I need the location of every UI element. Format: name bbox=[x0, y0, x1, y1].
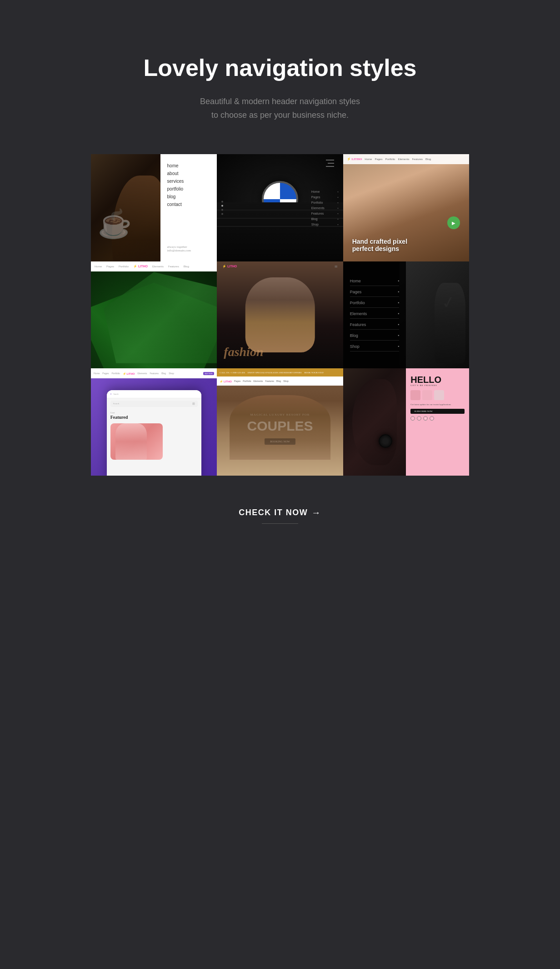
mobile-nav-cta: BUTTON bbox=[203, 372, 214, 375]
grille-line-3 bbox=[217, 226, 343, 227]
cta-arrow-icon: → bbox=[311, 507, 321, 518]
social-instagram[interactable]: ✦ bbox=[423, 416, 428, 421]
fashion-model-silhouette bbox=[245, 277, 315, 352]
menu-item-about[interactable]: about bbox=[167, 171, 210, 176]
grid-section: home about services portfolio blog conta… bbox=[91, 154, 469, 476]
coat-label: Coat bbox=[110, 412, 198, 414]
mobile-nav-logo: ⚡ LITHO bbox=[123, 372, 135, 375]
split-right: HELLO LET'S BE FRIENDS Get latest update… bbox=[406, 368, 469, 476]
grid-cell-couples[interactable]: CALL US: +1 800-123-456 ENJOY SPECIALS P… bbox=[217, 368, 343, 476]
litho-bg-photo: Hand crafted pixelperfect designs bbox=[343, 154, 469, 261]
bmw-menu-home: Home• bbox=[311, 190, 339, 193]
nike-menu-item-home: Home• bbox=[350, 279, 400, 286]
palm-nav-blog: Blog bbox=[184, 265, 189, 268]
couples-nav-shop: Shop bbox=[283, 380, 289, 382]
couples-logo: ⚡ LITHO bbox=[220, 380, 232, 383]
grid-cell-bmw[interactable]: Home• Pages• Portfolio• Elements• Featur… bbox=[217, 154, 343, 261]
palm-nav-features: Features bbox=[168, 265, 179, 268]
social-twitter[interactable]: t bbox=[417, 416, 421, 421]
hero-subtitle-line1: Beautiful & modern header navigation sty… bbox=[200, 97, 360, 106]
bmw-menu-top bbox=[326, 160, 334, 167]
mobile-nav-home: Home bbox=[94, 372, 100, 375]
social-facebook[interactable]: f bbox=[410, 416, 415, 421]
couples-offer-text: ENJOY SPECIALS PACKAGES AND RESORT OFFER… bbox=[248, 372, 302, 374]
grid-cell-palm[interactable]: Home Pages Portfolio ⚡ LITHO Elements Fe… bbox=[91, 261, 217, 369]
litho-nav-features: Features bbox=[412, 158, 423, 161]
litho-nav-elements: Elements bbox=[398, 158, 409, 161]
thumb-2 bbox=[422, 390, 432, 400]
grid-cell-split[interactable]: HELLO LET'S BE FRIENDS Get latest update… bbox=[343, 368, 469, 476]
mobile-nav-features: Features bbox=[150, 372, 159, 375]
phone-nav-text: Search bbox=[114, 393, 119, 395]
grid-cell-coffee-menu[interactable]: home about services portfolio blog conta… bbox=[91, 154, 217, 261]
couples-nav-bar: ⚡ LITHO Pages Portfolio Elements Feature… bbox=[217, 377, 343, 386]
social-linkedin[interactable]: in bbox=[430, 416, 434, 421]
split-left bbox=[343, 368, 406, 476]
couples-nav-elements: Elements bbox=[254, 380, 263, 382]
fashion-nav-logo: ⚡ LITHO bbox=[222, 265, 237, 268]
check-it-now-button[interactable]: CHECK IT NOW → bbox=[239, 507, 321, 518]
litho-nav-bar: ⚡ LITHO Home Pages Portfolio Elements Fe… bbox=[343, 154, 469, 164]
mobile-app-nav: Home Pages Portfolio ⚡ LITHO Elements Fe… bbox=[91, 368, 217, 378]
menu-item-contact[interactable]: contact bbox=[167, 202, 210, 207]
grid-cell-mobile[interactable]: Home Pages Portfolio ⚡ LITHO Elements Fe… bbox=[91, 368, 217, 476]
couples-card: CALL US: +1 800-123-456 ENJOY SPECIALS P… bbox=[217, 368, 343, 476]
grid-cell-litho-people[interactable]: ⚡ LITHO Home Pages Portfolio Elements Fe… bbox=[343, 154, 469, 261]
couple-silhouette bbox=[230, 395, 330, 459]
palm-leaf-shape-2 bbox=[104, 272, 217, 363]
nike-card: Home• Pages• Portfolio• Elements• Featur bbox=[343, 261, 469, 369]
page-wrapper: Lovely navigation styles Beautiful & mod… bbox=[91, 0, 469, 969]
coffee-menu-card: home about services portfolio blog conta… bbox=[91, 154, 217, 261]
nav-dot-1 bbox=[221, 201, 223, 202]
white-menu: home about services portfolio blog conta… bbox=[160, 154, 217, 261]
menu-item-blog[interactable]: blog bbox=[167, 194, 210, 199]
palm-nav-pages: Pages bbox=[106, 265, 114, 268]
phone-content: Coat Featured bbox=[107, 409, 201, 462]
couples-nav-features: Features bbox=[265, 380, 274, 382]
nike-menu-item-shop: Shop• bbox=[350, 344, 400, 351]
hamburger-icon bbox=[326, 160, 334, 167]
palm-card: Home Pages Portfolio ⚡ LITHO Elements Fe… bbox=[91, 261, 217, 369]
grid-cell-nike[interactable]: Home• Pages• Portfolio• Elements• Featur bbox=[343, 261, 469, 369]
grid-cell-fashion[interactable]: ⚡ LITHO ≡ fashion bbox=[217, 261, 343, 369]
nike-menu-item-elements: Elements• bbox=[350, 311, 400, 319]
menu-item-services[interactable]: services bbox=[167, 179, 210, 184]
menu-item-home[interactable]: home bbox=[167, 163, 210, 168]
bmw-side-menu: Home• Pages• Portfolio• Elements• Featur… bbox=[311, 190, 339, 226]
thumb-1 bbox=[410, 390, 420, 400]
litho-people-card: ⚡ LITHO Home Pages Portfolio Elements Fe… bbox=[343, 154, 469, 261]
nike-menu-panel: Home• Pages• Portfolio• Elements• Featur bbox=[343, 261, 406, 369]
search-placeholder: Search bbox=[113, 402, 120, 405]
coffee-photo bbox=[91, 154, 160, 261]
bmw-card: Home• Pages• Portfolio• Elements• Featur… bbox=[217, 154, 343, 261]
cta-section: CHECK IT NOW → bbox=[91, 476, 469, 542]
menu-footer: always togetherinfo@domain.com bbox=[167, 236, 210, 252]
litho-play-button[interactable]: ▶ bbox=[447, 216, 460, 229]
hero-section: Lovely navigation styles Beautiful & mod… bbox=[91, 27, 469, 154]
litho-overlay-text: Hand crafted pixelperfect designs bbox=[352, 238, 407, 252]
nav-dot-4 bbox=[221, 213, 223, 215]
ear-photo bbox=[343, 368, 406, 476]
mobile-app-card: Home Pages Portfolio ⚡ LITHO Elements Fe… bbox=[91, 368, 217, 476]
grid-row-3: Home Pages Portfolio ⚡ LITHO Elements Fe… bbox=[91, 368, 469, 476]
phone-search[interactable]: Search ⊞ bbox=[110, 401, 198, 407]
menu-item-portfolio[interactable]: portfolio bbox=[167, 186, 210, 191]
bmw-menu-portfolio: Portfolio• bbox=[311, 201, 339, 204]
litho-nav-blog: Blog bbox=[425, 158, 431, 161]
bmw-menu-elements: Elements• bbox=[311, 206, 339, 209]
nav-indicator bbox=[221, 201, 223, 215]
product-figure bbox=[110, 423, 163, 460]
app-desc: Get latest update for our trusted applic… bbox=[410, 403, 465, 406]
nike-menu-item-portfolio: Portfolio• bbox=[350, 301, 400, 308]
litho-nav-home: Home bbox=[365, 158, 372, 161]
hamburger-line-3 bbox=[326, 166, 334, 167]
palm-nav-home: Home bbox=[95, 265, 102, 268]
product-silhouette bbox=[115, 423, 147, 460]
cta-button-text: CHECK IT NOW bbox=[239, 508, 308, 517]
download-button[interactable]: SUBSCRIBE NOW bbox=[410, 409, 465, 414]
mobile-nav-shop: Shop bbox=[169, 372, 174, 375]
cta-underline bbox=[262, 523, 298, 524]
mobile-nav-blog: Blog bbox=[161, 372, 166, 375]
couples-call-text: CALL US: +1 800-123-456 bbox=[220, 372, 245, 374]
phone-logo: ≡ bbox=[110, 393, 112, 395]
